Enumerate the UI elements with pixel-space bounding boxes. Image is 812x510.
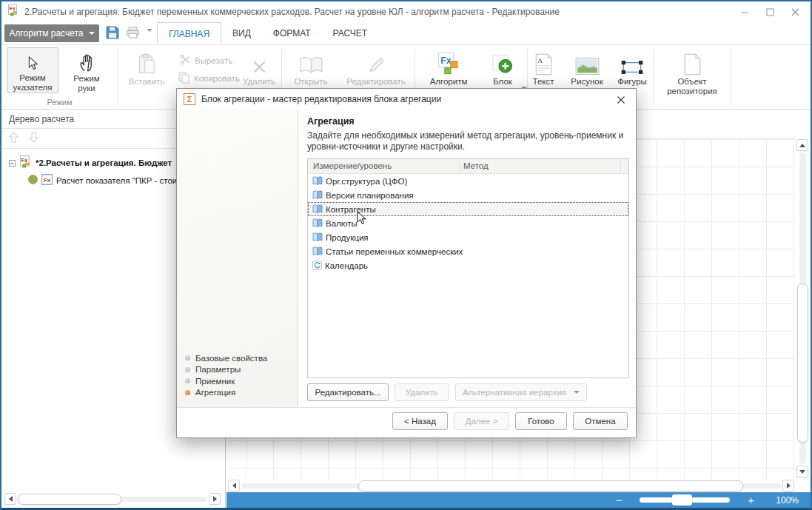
status-circle-icon xyxy=(28,174,38,187)
tree-horizontal-scrollbar[interactable] xyxy=(4,493,221,506)
svg-text:Fx: Fx xyxy=(21,156,29,163)
ribbon-header-row: Алгоритм расчета ГЛАВНАЯ ВИД ФОРМАТ РАСЧ… xyxy=(1,22,811,44)
canvas-horizontal-scrollbar[interactable] xyxy=(228,480,794,492)
back-button[interactable]: < Назад xyxy=(392,412,448,430)
triangle-left-icon xyxy=(9,496,13,502)
tab-view[interactable]: ВИД xyxy=(221,22,262,44)
list-item-org-structure[interactable]: Орг.структура (ЦФО) xyxy=(308,174,628,188)
insert-text-button[interactable]: A Текст xyxy=(524,47,563,87)
triangle-up-icon xyxy=(799,144,805,147)
mouse-cursor xyxy=(357,211,366,228)
step-receiver[interactable]: Приемник xyxy=(185,375,267,387)
dimension-book-icon xyxy=(312,176,323,186)
svg-text:Fx: Fx xyxy=(44,176,51,183)
zoom-slider[interactable] xyxy=(640,497,730,503)
print-button[interactable] xyxy=(126,27,140,41)
zoom-out-button[interactable]: − xyxy=(611,494,626,506)
column-separator[interactable] xyxy=(460,161,460,172)
list-item-currencies[interactable]: Валюты xyxy=(308,216,628,230)
svg-text:Fx: Fx xyxy=(10,6,16,11)
edit-button[interactable]: Редактировать xyxy=(340,47,412,87)
list-item-label: Календарь xyxy=(325,261,368,270)
list-item-planning-versions[interactable]: Версии планирования xyxy=(308,188,628,202)
scroll-down-button[interactable] xyxy=(796,466,808,477)
dialog-nav-buttons: < Назад Далее > Готово Отмена xyxy=(392,412,628,430)
aggregation-wizard-dialog: Σ Блок агрегации - мастер редактирования… xyxy=(176,88,637,438)
zoom-in-button[interactable]: + xyxy=(743,494,758,506)
picture-icon xyxy=(575,47,600,76)
dimension-book-icon xyxy=(312,190,323,200)
column-separator[interactable] xyxy=(620,161,621,172)
scroll-left-button[interactable] xyxy=(228,480,240,491)
scrollbar-thumb[interactable] xyxy=(797,283,808,443)
chevron-down-icon xyxy=(574,391,580,394)
step-basic-properties[interactable]: Базовые свойства xyxy=(185,352,267,364)
dimension-book-icon xyxy=(312,232,323,242)
tab-format[interactable]: ФОРМАТ xyxy=(262,22,322,44)
edit-dimension-button[interactable]: Редактировать... xyxy=(307,383,389,401)
zoom-slider-thumb[interactable] xyxy=(672,494,692,506)
open-button[interactable]: Открыть xyxy=(289,47,333,87)
delete-x-icon xyxy=(251,47,268,76)
list-item-products[interactable]: Продукция xyxy=(308,230,628,244)
step-bullet-icon xyxy=(185,378,190,383)
scroll-right-button[interactable] xyxy=(209,493,221,505)
maximize-button[interactable] xyxy=(757,1,782,22)
quick-access-dropdown[interactable] xyxy=(147,32,152,45)
tab-calc[interactable]: РАСЧЕТ xyxy=(322,22,379,44)
dimension-book-icon xyxy=(312,204,323,214)
hand-icon xyxy=(78,47,95,73)
next-button[interactable]: Далее > xyxy=(454,412,509,430)
scroll-right-button[interactable] xyxy=(782,480,794,491)
open-label: Открыть xyxy=(294,77,327,87)
copy-label: Копировать xyxy=(194,74,240,83)
alt-hierarchy-button[interactable]: Альтернативная иерархия xyxy=(455,383,587,401)
step-aggregation[interactable]: Агрегация xyxy=(185,387,267,399)
scrollbar-thumb[interactable] xyxy=(18,494,121,505)
repo-object-label: Объект репозитория xyxy=(662,77,722,96)
algorithm-menu-button[interactable]: Алгоритм расчета xyxy=(4,24,99,42)
finish-button[interactable]: Готово xyxy=(515,412,567,430)
triangle-right-icon xyxy=(787,483,791,489)
app-document-icon: Fx xyxy=(7,4,19,19)
close-button[interactable] xyxy=(782,1,808,22)
copy-button[interactable]: Копировать xyxy=(178,72,240,85)
move-up-button[interactable] xyxy=(9,132,19,146)
scroll-left-button[interactable] xyxy=(4,493,16,505)
paste-button[interactable]: Вставить xyxy=(122,47,171,87)
column-method: Метод xyxy=(463,161,489,170)
collapse-expander-icon[interactable] xyxy=(9,156,16,170)
clipboard-paste-icon xyxy=(138,47,156,76)
dialog-list-buttons: Редактировать... Удалить Альтернативная … xyxy=(307,383,628,401)
step-bullet-icon xyxy=(185,390,190,395)
cancel-button[interactable]: Отмена xyxy=(573,412,628,430)
alt-hierarchy-label: Альтернативная иерархия xyxy=(463,388,566,397)
cut-button[interactable]: Вырезать xyxy=(180,55,232,66)
pencil-icon xyxy=(366,47,386,76)
dialog-close-button[interactable] xyxy=(612,93,630,107)
triangle-down-icon xyxy=(799,470,805,474)
triangle-right-icon xyxy=(213,496,217,502)
list-item-contractors-selected[interactable]: Контрагенты xyxy=(308,202,628,216)
minimize-button[interactable] xyxy=(732,1,757,22)
step-parameters[interactable]: Параметры xyxy=(185,364,267,376)
list-item-expense-items[interactable]: Статьи переменных коммерческих xyxy=(308,244,628,258)
edit-label: Редактировать xyxy=(346,77,405,87)
repository-object-icon xyxy=(683,47,702,76)
repo-object-button[interactable]: Объект репозитория xyxy=(660,47,724,96)
shapes-label: Фигуры xyxy=(617,77,647,87)
tab-home[interactable]: ГЛАВНАЯ xyxy=(157,22,221,44)
delete-dimension-button[interactable]: Удалить xyxy=(395,383,449,401)
pointer-mode-button[interactable]: Режим указателя xyxy=(7,47,58,93)
insert-picture-button[interactable]: Рисунок xyxy=(564,47,610,87)
chevron-down-icon xyxy=(89,32,95,35)
move-down-button[interactable] xyxy=(29,132,38,146)
mode-group-label: Режим xyxy=(1,98,118,107)
hand-mode-button[interactable]: Режим руки xyxy=(62,47,111,93)
scrollbar-thumb[interactable] xyxy=(358,480,743,491)
delete-button[interactable]: Удалить xyxy=(240,47,278,87)
scroll-up-button[interactable] xyxy=(796,139,808,151)
canvas-vertical-scrollbar[interactable] xyxy=(796,139,809,477)
list-item-calendar[interactable]: Календарь xyxy=(308,258,628,272)
save-button[interactable] xyxy=(106,26,119,42)
